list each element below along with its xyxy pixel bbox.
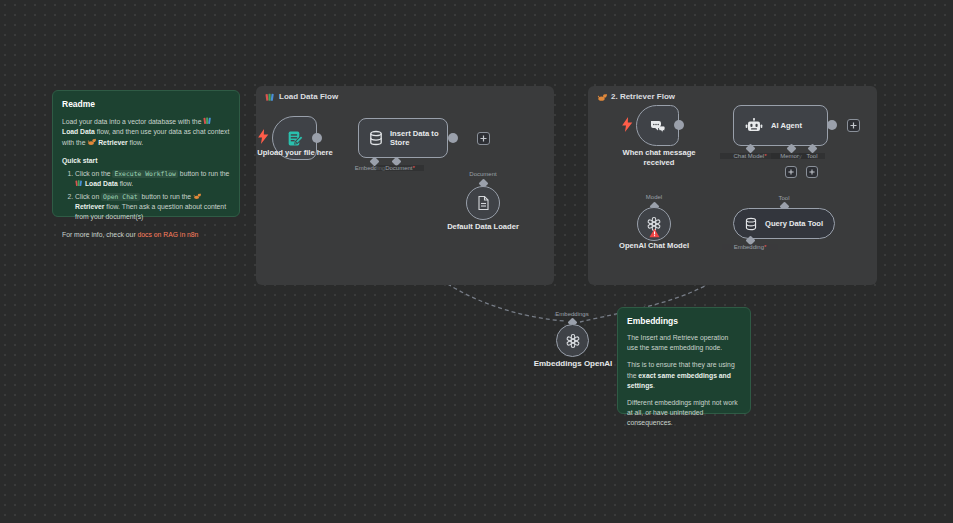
document-port-label: Document* bbox=[376, 165, 424, 171]
add-tool-button[interactable] bbox=[806, 166, 818, 178]
plus-icon bbox=[809, 169, 815, 175]
embeddings-sticky-note[interactable]: Embeddings The Insert and Retrieve opera… bbox=[617, 307, 751, 414]
chat-trigger-node[interactable] bbox=[636, 105, 679, 146]
add-memory-button[interactable] bbox=[785, 166, 797, 178]
document-input-label: Document bbox=[463, 171, 503, 177]
openai-logo-icon bbox=[565, 333, 581, 349]
chat-trigger-output-port[interactable] bbox=[674, 120, 684, 130]
query-data-tool-node[interactable]: Query Data Tool bbox=[733, 208, 835, 239]
database-icon bbox=[368, 130, 384, 146]
quick-start-step-2: Click on Open Chat button to run the Ret… bbox=[75, 192, 230, 223]
tool-port-label: Tool bbox=[799, 153, 825, 159]
data-loader-label: Default Data Loader bbox=[440, 222, 526, 232]
books-icon bbox=[265, 92, 275, 102]
readme-footer: For more info, check our docs on RAG in … bbox=[62, 230, 230, 240]
query-embedding-port-label: Embedding* bbox=[722, 244, 778, 250]
plus-icon bbox=[788, 169, 794, 175]
embeddings-openai-label: Embeddings OpenAI bbox=[524, 359, 622, 369]
vector-store-node[interactable]: Insert Data to Store bbox=[358, 118, 448, 158]
embeddings-note-title: Embeddings bbox=[627, 316, 741, 326]
form-icon bbox=[286, 130, 303, 147]
load-data-flow-title: Load Data Flow bbox=[265, 92, 338, 102]
vector-store-text-line1: Insert Data to bbox=[390, 129, 439, 138]
database-icon bbox=[744, 217, 758, 231]
n8n-workflow-canvas[interactable]: { "colors": { "canvas_bg": "#2a2b2b", "p… bbox=[0, 0, 953, 523]
plus-icon bbox=[850, 122, 857, 129]
trigger-bolt-icon bbox=[258, 129, 269, 144]
query-tool-text: Query Data Tool bbox=[765, 219, 823, 228]
retriever-flow-title: 2. Retriever Flow bbox=[597, 92, 675, 102]
chat-bubbles-icon bbox=[649, 118, 667, 134]
books-icon bbox=[75, 179, 83, 187]
document-icon bbox=[476, 195, 490, 211]
vector-store-output-port[interactable] bbox=[448, 133, 458, 143]
dog-icon bbox=[597, 92, 607, 102]
embeddings-note-p1: The Insert and Retrieve operation use th… bbox=[627, 333, 741, 353]
model-input-label: Model bbox=[634, 194, 674, 200]
readme-intro: Load your data into a vector database wi… bbox=[62, 116, 230, 149]
robot-icon bbox=[744, 118, 764, 134]
trigger-bolt-icon bbox=[622, 117, 633, 132]
execute-workflow-code: Execute Workflow bbox=[112, 170, 178, 178]
ai-agent-node[interactable]: AI Agent bbox=[733, 105, 828, 146]
open-chat-code: Open Chat bbox=[101, 193, 140, 201]
embeddings-note-p2: This is to ensure that they are using th… bbox=[627, 360, 741, 391]
rag-docs-link[interactable]: docs on RAG in n8n bbox=[138, 231, 199, 238]
embeddings-openai-node[interactable] bbox=[556, 324, 589, 357]
chat-trigger-label: When chat message received bbox=[613, 148, 705, 168]
dog-icon bbox=[87, 137, 96, 146]
add-node-button[interactable] bbox=[847, 119, 860, 132]
data-loader-node[interactable] bbox=[466, 186, 500, 220]
vector-store-text-line2: Store bbox=[390, 138, 439, 147]
tool-input-label: Tool bbox=[771, 195, 797, 201]
readme-title: Readme bbox=[62, 99, 230, 109]
embeddings-input-label: Embeddings bbox=[542, 311, 602, 317]
readme-sticky-note[interactable]: Readme Load your data into a vector data… bbox=[52, 90, 240, 217]
quick-start-heading: Quick start bbox=[62, 157, 98, 164]
embeddings-note-p3: Different embeddings might not work at a… bbox=[627, 398, 741, 429]
quick-start-step-1: Click on the Execute Workflow button to … bbox=[75, 169, 230, 190]
form-trigger-label: Upload your file here bbox=[249, 148, 341, 158]
quick-start-list: Click on the Execute Workflow button to … bbox=[62, 169, 230, 223]
form-trigger-output-port[interactable] bbox=[312, 133, 322, 143]
ai-agent-text: AI Agent bbox=[771, 121, 802, 130]
books-icon bbox=[203, 116, 212, 125]
dog-icon bbox=[193, 192, 201, 200]
openai-chat-model-label: OpenAI Chat Model bbox=[612, 241, 696, 251]
warning-icon bbox=[649, 228, 660, 238]
ai-agent-output-port[interactable] bbox=[827, 120, 837, 130]
plus-icon bbox=[480, 135, 487, 142]
add-node-button[interactable] bbox=[477, 132, 490, 145]
